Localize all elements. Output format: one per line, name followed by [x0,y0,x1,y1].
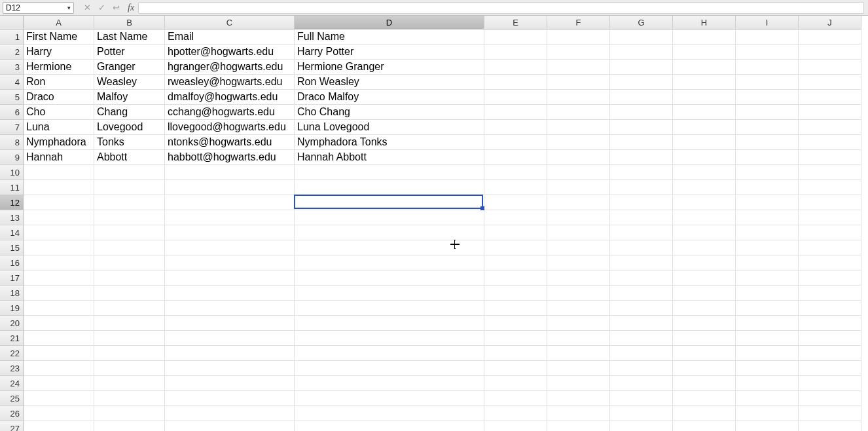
cell-D18[interactable] [295,286,484,301]
cell-D23[interactable] [295,361,484,376]
cell-A18[interactable] [24,286,94,301]
cell-C10[interactable] [165,165,295,180]
cell-F3[interactable] [547,60,610,75]
cell-F9[interactable] [547,150,610,165]
cell-A3[interactable]: Hermione [24,60,94,75]
cell-G9[interactable] [610,150,673,165]
row-header-7[interactable]: 7 [0,120,24,135]
cell-H15[interactable] [673,240,736,255]
cell-J19[interactable] [799,301,861,316]
cell-C12[interactable] [165,195,295,210]
cell-C20[interactable] [165,316,295,331]
cell-B26[interactable] [94,406,165,421]
cell-C6[interactable]: cchang@hogwarts.edu [165,105,295,120]
cell-D10[interactable] [295,165,484,180]
cell-C15[interactable] [165,240,295,255]
cell-J11[interactable] [799,180,861,195]
cell-J5[interactable] [799,90,861,105]
cell-H12[interactable] [673,195,736,210]
cell-D11[interactable] [295,180,484,195]
cell-J12[interactable] [799,195,861,210]
cell-C7[interactable]: llovegood@hogwarts.edu [165,120,295,135]
cell-F20[interactable] [547,316,610,331]
cell-J13[interactable] [799,210,861,225]
cell-D5[interactable]: Draco Malfoy [295,90,484,105]
cell-D4[interactable]: Ron Weasley [295,75,484,90]
row-header-3[interactable]: 3 [0,60,24,75]
cell-J27[interactable] [799,421,861,431]
cell-E9[interactable] [484,150,547,165]
cell-D27[interactable] [295,421,484,431]
cell-E15[interactable] [484,240,547,255]
cell-F11[interactable] [547,180,610,195]
row-header-20[interactable]: 20 [0,316,24,331]
cell-I23[interactable] [736,361,799,376]
column-header-D[interactable]: D [295,16,484,29]
cell-G26[interactable] [610,406,673,421]
cell-H6[interactable] [673,105,736,120]
cell-B17[interactable] [94,271,165,286]
row-header-12[interactable]: 12 [0,195,24,210]
cell-G11[interactable] [610,180,673,195]
cell-C1[interactable]: Email [165,29,295,45]
cell-B20[interactable] [94,316,165,331]
cell-E18[interactable] [484,286,547,301]
cell-H26[interactable] [673,406,736,421]
cell-I4[interactable] [736,75,799,90]
cell-A1[interactable]: First Name [24,29,94,45]
cell-I3[interactable] [736,60,799,75]
cell-J20[interactable] [799,316,861,331]
cell-D15[interactable] [295,240,484,255]
cell-C23[interactable] [165,361,295,376]
cell-B27[interactable] [94,421,165,431]
cell-J16[interactable] [799,255,861,271]
cell-B24[interactable] [94,376,165,391]
cell-H21[interactable] [673,331,736,346]
cell-H4[interactable] [673,75,736,90]
cell-H16[interactable] [673,255,736,271]
cell-H17[interactable] [673,271,736,286]
row-header-10[interactable]: 10 [0,165,24,180]
column-header-I[interactable]: I [736,16,799,29]
cell-H20[interactable] [673,316,736,331]
cell-E14[interactable] [484,225,547,240]
cell-D21[interactable] [295,331,484,346]
row-header-9[interactable]: 9 [0,150,24,165]
row-header-1[interactable]: 1 [0,29,24,45]
cell-I16[interactable] [736,255,799,271]
cell-J6[interactable] [799,105,861,120]
cell-A16[interactable] [24,255,94,271]
cell-I6[interactable] [736,105,799,120]
cell-H27[interactable] [673,421,736,431]
cell-F5[interactable] [547,90,610,105]
cell-B3[interactable]: Granger [94,60,165,75]
cell-I25[interactable] [736,391,799,406]
cell-A5[interactable]: Draco [24,90,94,105]
cell-D20[interactable] [295,316,484,331]
cell-A14[interactable] [24,225,94,240]
cell-I12[interactable] [736,195,799,210]
cell-I14[interactable] [736,225,799,240]
confirm-icon[interactable]: ✓ [96,3,107,13]
cell-I18[interactable] [736,286,799,301]
cell-B10[interactable] [94,165,165,180]
cell-H23[interactable] [673,361,736,376]
cell-F23[interactable] [547,361,610,376]
cell-E26[interactable] [484,406,547,421]
cell-F27[interactable] [547,421,610,431]
cell-H14[interactable] [673,225,736,240]
cell-D8[interactable]: Nymphadora Tonks [295,135,484,150]
cell-D22[interactable] [295,346,484,361]
cell-C19[interactable] [165,301,295,316]
cell-B8[interactable]: Tonks [94,135,165,150]
cell-J4[interactable] [799,75,861,90]
cell-G5[interactable] [610,90,673,105]
cell-J23[interactable] [799,361,861,376]
cell-G3[interactable] [610,60,673,75]
cell-D13[interactable] [295,210,484,225]
cell-I7[interactable] [736,120,799,135]
cell-B12[interactable] [94,195,165,210]
cell-H7[interactable] [673,120,736,135]
cell-J3[interactable] [799,60,861,75]
cell-C27[interactable] [165,421,295,431]
